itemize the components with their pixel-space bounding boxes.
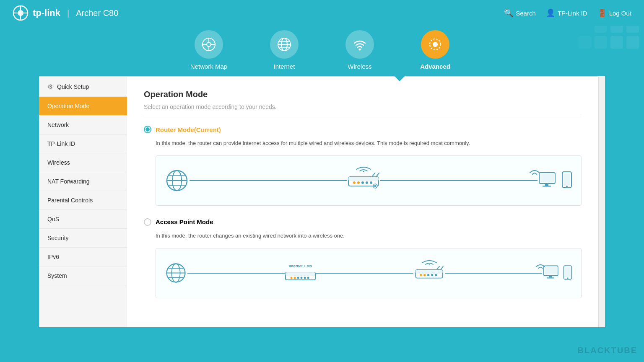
svg-line-41 [376,173,379,177]
svg-rect-66 [415,270,442,274]
svg-rect-57 [286,272,315,276]
svg-point-63 [307,277,309,279]
sidebar-item-security[interactable]: Security [39,229,127,248]
sidebar-item-quick-setup[interactable]: ⚙ Quick Setup [39,77,127,97]
svg-point-61 [301,277,303,279]
ap-internet-label: Internet [289,264,303,268]
model-name: Archer C80 [76,8,118,18]
access-point-mode-radio[interactable] [144,218,151,226]
tplink-id-button[interactable]: 👤 TP-Link ID [546,8,587,18]
gear-icon: ⚙ [47,83,53,90]
svg-point-60 [297,277,299,279]
diagram-globe [164,168,190,193]
logout-button[interactable]: 🚪 Log Out [597,8,631,18]
diagram-line-2 [380,180,538,181]
sidebar-ipv6-label: IPv6 [47,253,59,260]
svg-point-39 [370,181,372,184]
sidebar-item-wireless[interactable]: Wireless [39,153,127,172]
svg-rect-75 [545,267,557,274]
search-icon: 🔍 [504,8,513,18]
sidebar-operation-mode-label: Operation Mode [47,103,89,109]
access-point-mode-diagram: Internet LAN [156,248,582,298]
brand-name: tp-link [33,8,60,18]
svg-rect-34 [348,177,379,181]
svg-point-50 [566,186,568,187]
logout-icon: 🚪 [597,8,607,18]
svg-line-73 [440,266,443,270]
sidebar-parental-label: Parental Controls [47,197,93,204]
svg-point-64 [428,264,430,265]
svg-point-14 [207,42,211,47]
sidebar-item-tplink-id[interactable]: TP-Link ID [39,134,127,153]
tplink-id-label: TP-Link ID [558,10,587,17]
right-border [598,76,605,327]
sidebar-item-nat-forwarding[interactable]: NAT Forwarding [39,172,127,191]
svg-point-62 [304,277,306,279]
tab-network-map[interactable]: Network Map [184,30,234,76]
watermark: BLACKTUBE [578,346,637,355]
access-point-mode-title: Access Point Mode [156,218,213,225]
tab-wireless-circle [345,30,374,59]
logo: tp-link | Archer C80 [13,5,118,21]
svg-rect-47 [543,186,551,187]
tab-advanced[interactable]: Advanced [410,30,460,76]
header: tp-link | Archer C80 🔍 Search 👤 TP-Link … [0,0,644,26]
sidebar-item-ipv6[interactable]: IPv6 [39,248,127,266]
sidebar-item-network[interactable]: Network [39,116,127,134]
access-point-mode-header: Access Point Mode [144,218,582,226]
sidebar-item-system[interactable]: System [39,266,127,285]
tab-internet[interactable]: Internet [259,30,309,76]
tab-internet-circle [270,30,299,59]
sidebar-nat-label: NAT Forwarding [47,178,90,185]
ap-diagram-router [413,266,445,280]
nav-tabs: Network Map Internet Wireless Advanced [0,26,644,76]
user-icon: 👤 [546,8,555,18]
sidebar-item-qos[interactable]: QoS [39,210,127,229]
svg-rect-76 [549,276,552,278]
ap-diagram-line-3 [445,273,542,274]
sidebar-network-label: Network [47,122,69,128]
router-mode-diagram [156,155,582,206]
svg-point-35 [353,181,356,184]
content-area: Operation Mode Select an operation mode … [127,76,598,327]
svg-point-25 [433,42,438,47]
sidebar-item-parental-controls[interactable]: Parental Controls [39,191,127,210]
ap-diagram-globe [164,261,187,284]
ap-diagram-line-2 [316,273,413,274]
svg-rect-79 [565,267,571,277]
search-label: Search [516,10,536,17]
svg-point-37 [361,181,364,184]
svg-point-59 [294,277,296,279]
sidebar-security-label: Security [47,235,69,241]
svg-point-80 [567,277,568,279]
router-mode-radio[interactable] [144,126,151,133]
svg-point-67 [420,274,422,276]
svg-point-24 [359,49,361,51]
svg-rect-46 [545,184,548,186]
svg-rect-49 [564,173,570,185]
svg-rect-45 [540,174,554,182]
svg-point-36 [357,181,360,184]
diagram-devices [538,170,573,191]
tab-wireless-label: Wireless [348,63,372,70]
sidebar-item-operation-mode[interactable]: Operation Mode [39,97,127,116]
tab-internet-label: Internet [274,63,295,70]
main-wrapper: ⚙ Quick Setup Operation Mode Network TP-… [39,76,605,327]
svg-rect-77 [547,277,554,278]
nav-indicator [394,75,405,81]
router-mode-title: Router Mode(Current) [156,126,221,133]
tab-wireless[interactable]: Wireless [335,30,385,76]
router-mode-header: Router Mode(Current) [144,126,582,133]
diagram-router [347,173,380,189]
svg-point-38 [366,181,368,184]
access-point-mode-desc: In this mode, the router changes an exis… [156,232,582,240]
sidebar: ⚙ Quick Setup Operation Mode Network TP-… [39,76,127,327]
search-button[interactable]: 🔍 Search [504,8,536,18]
ap-diagram-devices [542,264,573,282]
router-mode-desc: In this mode, the router can provide int… [156,139,582,148]
tab-network-map-circle [195,30,223,59]
header-actions: 🔍 Search 👤 TP-Link ID 🚪 Log Out [504,8,631,18]
page-subtitle: Select an operation mode according to yo… [144,103,582,117]
svg-point-71 [435,274,437,276]
ap-lan-label: LAN [304,264,312,268]
